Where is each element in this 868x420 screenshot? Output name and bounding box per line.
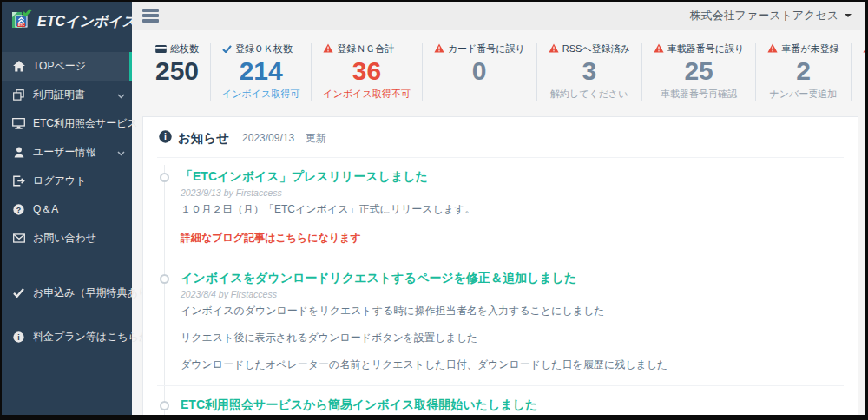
sidebar-item-qa[interactable]: ? Q＆A (2, 195, 132, 224)
timeline-dot-icon (160, 274, 169, 284)
check-icon (12, 288, 25, 298)
stat-value: 214 (222, 56, 299, 87)
news-item-paragraph: １０月２日（月）「ETCインボイス」正式にリリースします。 (181, 202, 844, 217)
stat-label: 総枚数 (170, 43, 199, 56)
sidebar-item-price-plan[interactable]: i 料金プラン等はこちらから (2, 323, 132, 351)
app-window: ETC ETCインボイス TOPページ 利用証明書 (0, 0, 868, 420)
sidebar: ETC ETCインボイス TOPページ 利用証明書 (2, 2, 132, 415)
sidebar-nav: TOPページ 利用証明書 ETC利用照会サービス (2, 42, 132, 351)
stat-no-driving-data: 走行データ無し 6 請求対象外 (852, 43, 865, 101)
stat-device-number-error: 車載器番号に誤り 25 車載器番号再確認 (642, 43, 757, 101)
news-item: インボイスをダウンロードリクエストするページを修正＆追加しました 2023/8/… (157, 259, 844, 386)
stat-value: 25 (654, 56, 745, 87)
stat-registered-ng: 登録ＮＧ合計 36 インボイス取得不可 (312, 43, 422, 101)
sidebar-item-usage-certificate[interactable]: 利用証明書 (2, 81, 132, 109)
sidebar-item-label: お問い合わせ (33, 231, 96, 246)
question-icon: ? (12, 204, 25, 215)
news-item-title[interactable]: ETC利用照会サービスから簡易インボイス取得開始いたしました (181, 397, 844, 413)
stat-sublabel (155, 88, 199, 101)
desktop-icon (12, 118, 25, 129)
etc-invoice-logo-icon: ETC (9, 9, 32, 36)
main-area: 株式会社ファーストアクセス 総枚数 250 (132, 2, 865, 415)
stat-label: 登録ＯＫ枚数 (235, 43, 293, 56)
sidebar-item-etc-inquiry-service[interactable]: ETC利用照会サービス (2, 109, 132, 138)
news-panel-header: i お知らせ 2023/09/13 更新 (157, 128, 844, 158)
stat-plate-unregistered: 車番が未登録 2 ナンバー要追加 (756, 43, 851, 101)
sidebar-item-label: 利用証明書 (33, 88, 85, 102)
stat-value: 2 (767, 56, 838, 87)
logout-icon (12, 175, 25, 187)
stat-value: 6 (863, 56, 865, 87)
news-item-title[interactable]: 「ETCインボイス」プレスリリースしました (181, 169, 844, 185)
news-item-title[interactable]: インボイスをダウンロードリクエストするページを修正＆追加しました (181, 271, 844, 286)
news-item-paragraph: リクエスト後に表示されるダウンロードボタンを設置しました (181, 331, 844, 345)
warning-icon (434, 43, 444, 55)
caret-down-icon (845, 14, 852, 17)
info-icon: i (12, 331, 25, 343)
chevron-down-icon (117, 89, 125, 102)
news-title: お知らせ (178, 130, 229, 147)
app-title: ETCインボイス (37, 13, 136, 31)
warning-icon (549, 43, 559, 55)
news-updated-date: 2023/09/13 (242, 132, 294, 144)
user-icon (12, 147, 25, 158)
sidebar-item-label: TOPページ (33, 59, 86, 74)
company-name: 株式会社ファーストアクセス (690, 8, 838, 23)
stat-label: 登録ＮＧ合計 (337, 43, 394, 56)
sidebar-item-top-page[interactable]: TOPページ (2, 52, 132, 81)
svg-text:i: i (164, 131, 167, 141)
stat-sublabel: ナンバー要追加 (767, 88, 838, 101)
sidebar-item-label: Q＆A (33, 202, 58, 217)
stat-value: 250 (155, 56, 199, 87)
news-item-blog-link[interactable]: 詳細なブログ記事はこちらになります (181, 231, 361, 246)
warning-icon (863, 43, 865, 55)
svg-text:?: ? (16, 206, 21, 214)
menu-toggle-icon[interactable] (141, 5, 161, 26)
news-item-paragraph: インボイスのダウンロードをリクエストする時に操作担当者名を入力することにしました (181, 304, 844, 318)
page-content: 総枚数 250 登録ＯＫ枚数 214 インボイス取得可 (132, 30, 865, 415)
stat-value: 36 (323, 56, 410, 87)
stat-sublabel: 車載器番号再確認 (654, 88, 745, 101)
home-icon (12, 61, 25, 72)
stat-total-count: 総枚数 250 (144, 43, 211, 101)
account-menu[interactable]: 株式会社ファーストアクセス (690, 8, 852, 23)
news-item: ETC利用照会サービスから簡易インボイス取得開始いたしました 2023/7/25… (157, 386, 844, 416)
stat-label: 車番が未登録 (781, 43, 838, 56)
stat-value: 0 (434, 56, 525, 87)
news-panel: i お知らせ 2023/09/13 更新 「ETCインボイス」プレスリリースしま… (142, 116, 858, 416)
envelope-icon (12, 233, 25, 243)
news-item: 「ETCインボイス」プレスリリースしました 2023/9/13 by First… (157, 158, 844, 259)
stat-value: 3 (549, 56, 630, 87)
stat-sublabel (434, 88, 525, 101)
stat-registered-ok: 登録ＯＫ枚数 214 インボイス取得可 (211, 43, 312, 101)
svg-text:i: i (17, 333, 19, 342)
top-navbar: 株式会社ファーストアクセス (132, 2, 865, 30)
stat-sublabel: インボイス取得可 (222, 88, 299, 101)
sidebar-item-contact[interactable]: お問い合わせ (2, 224, 132, 253)
stat-card-number-error: カード番号に誤り 0 (423, 43, 537, 101)
news-item-date: 2023/9/13 by Firstaccess (181, 187, 844, 198)
card-icon (155, 44, 167, 55)
sidebar-item-user-info[interactable]: ユーザー情報 (2, 138, 132, 167)
info-icon: i (159, 130, 172, 147)
chevron-down-icon (117, 147, 125, 159)
stats-row: 総枚数 250 登録ＯＫ枚数 214 インボイス取得可 (144, 43, 858, 101)
sidebar-item-label: ユーザー情報 (33, 145, 96, 160)
warning-icon (654, 43, 664, 55)
stat-sublabel: 請求対象外 (863, 88, 865, 101)
stat-label: カード番号に誤り (448, 43, 525, 56)
sidebar-item-logout[interactable]: ログアウト (2, 167, 132, 195)
news-item-paragraph: ダウンロードしたオペレーターの名前とリクエストした日付、ダウンロードした日を履歴… (181, 358, 844, 372)
sidebar-item-label: ETC利用照会サービス (33, 116, 138, 131)
svg-text:ETC: ETC (18, 23, 25, 27)
timeline-dot-icon (160, 173, 169, 182)
news-item-date: 2023/8/4 by Firstaccess (181, 289, 844, 299)
sidebar-item-apply[interactable]: お申込み（早期特典あり） (2, 279, 132, 307)
app-logo[interactable]: ETC ETCインボイス (2, 2, 132, 42)
news-updated-label: 更新 (306, 131, 326, 146)
stat-label: RSSへ登録済み (562, 43, 630, 56)
check-icon (222, 44, 232, 55)
stat-rss-registered: RSSへ登録済み 3 解約してください (537, 43, 642, 101)
sidebar-item-label: ログアウト (33, 174, 86, 188)
news-timeline: 「ETCインボイス」プレスリリースしました 2023/9/13 by First… (157, 158, 844, 416)
